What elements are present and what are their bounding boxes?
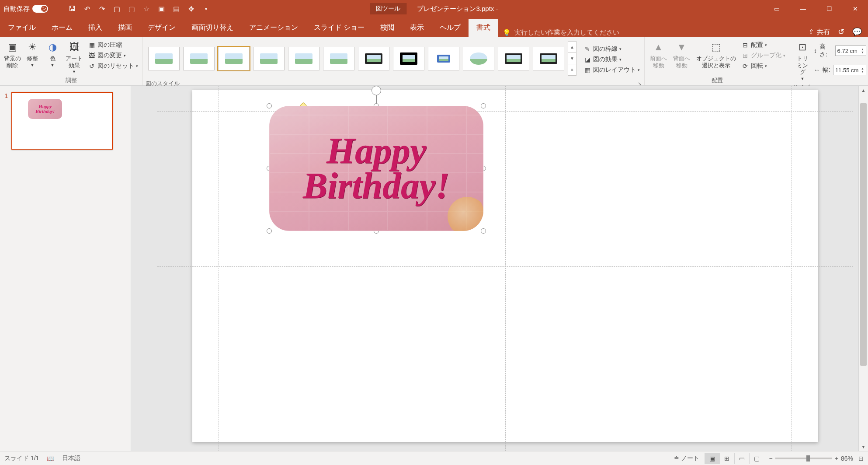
slide-sorter-view-button[interactable]: ⊞ (719, 453, 734, 464)
scroll-up-icon[interactable]: ▲ (859, 86, 868, 94)
style-item-11[interactable] (498, 47, 529, 70)
language-indicator[interactable]: 日本語 (62, 455, 80, 462)
slide-thumbnail-pane[interactable]: 1 HappyBirthday! (0, 86, 131, 451)
group-objects-button[interactable]: ⊞グループ化 ▾ (740, 51, 787, 60)
gallery-scroll[interactable]: ▲ ▼ ≡ (568, 41, 576, 76)
slide-canvas-area[interactable]: Happy Birthday! ▲ ▼ (131, 86, 868, 451)
bring-forward-button[interactable]: ▲ 前面へ 移動 (647, 38, 670, 70)
zoom-out-icon[interactable]: − (769, 455, 773, 462)
tab-animations[interactable]: アニメーション (241, 19, 306, 37)
touch-mode-icon[interactable]: ✥ (185, 3, 197, 14)
fit-to-window-button[interactable]: ⊡ (858, 455, 864, 462)
normal-view-button[interactable]: ▣ (705, 453, 719, 464)
rotate-button[interactable]: ⟳回転 ▾ (740, 61, 787, 71)
tab-review[interactable]: 校閲 (372, 19, 402, 37)
tab-file[interactable]: ファイル (0, 19, 44, 37)
crop-button[interactable]: ⊡ トリミング ▼ (793, 38, 812, 83)
rotate-handle[interactable] (372, 86, 381, 95)
tab-design[interactable]: デザイン (140, 19, 184, 37)
style-item-2[interactable] (183, 47, 215, 70)
selected-picture[interactable]: Happy Birthday! (269, 106, 483, 231)
qat-customize-icon[interactable]: ▾ (200, 3, 212, 14)
start-from-beginning-icon[interactable]: ▢ (111, 3, 122, 14)
spellcheck-icon[interactable]: 📖 (47, 455, 54, 462)
maximize-icon[interactable]: ☐ (816, 0, 842, 17)
change-picture-button[interactable]: 🖼図の変更 ▾ (86, 51, 140, 60)
comments-icon[interactable]: 💬 (852, 27, 862, 37)
share-button[interactable]: ⇪ 共有 (809, 28, 830, 36)
style-item-6[interactable] (323, 47, 354, 70)
tab-transitions[interactable]: 画面切り替え (184, 19, 241, 37)
tab-format[interactable]: 書式 (469, 19, 498, 37)
style-item-1[interactable] (148, 47, 180, 70)
slide-thumb-preview[interactable]: HappyBirthday! (11, 92, 113, 150)
remove-background-button[interactable]: ▣ 背景の 削除 (3, 38, 22, 70)
resize-handle-tr[interactable] (481, 103, 486, 108)
corrections-button[interactable]: ☀ 修整 ▼ (23, 38, 42, 69)
width-input[interactable]: 11.55 cm▲▼ (833, 65, 866, 75)
style-item-3[interactable] (218, 47, 250, 70)
scroll-thumb[interactable] (860, 103, 867, 366)
zoom-in-icon[interactable]: + (835, 455, 838, 462)
slide-counter[interactable]: スライド 1/1 (4, 455, 39, 462)
gallery-up-icon[interactable]: ▲ (568, 42, 576, 53)
reset-picture-button[interactable]: ↺図のリセット ▾ (86, 61, 140, 71)
tab-slideshow[interactable]: スライド ショー (306, 19, 372, 37)
undo-icon[interactable]: ↶ (81, 3, 93, 14)
redo-icon[interactable]: ↷ (96, 3, 108, 14)
scroll-down-icon[interactable]: ▼ (859, 442, 868, 451)
tab-view[interactable]: 表示 (402, 19, 432, 37)
qat-icon-2[interactable]: ☆ (141, 3, 152, 14)
style-item-4[interactable] (253, 47, 285, 70)
tab-draw[interactable]: 描画 (110, 19, 140, 37)
style-item-8[interactable] (393, 47, 424, 70)
gallery-expand-icon[interactable]: ≡ (568, 64, 576, 76)
resize-handle-bl[interactable] (267, 228, 272, 234)
height-icon: ↕ (814, 47, 817, 54)
send-backward-button[interactable]: ▼ 背面へ 移動 (670, 38, 693, 70)
picture-border-button[interactable]: ✎図の枠線 ▾ (582, 44, 642, 54)
zoom-slider[interactable] (775, 458, 832, 459)
resize-handle-tl[interactable] (267, 103, 272, 108)
spinner-icon[interactable]: ▲▼ (861, 67, 864, 73)
ribbon-display-options-icon[interactable]: ▭ (764, 0, 789, 17)
slide-canvas[interactable]: Happy Birthday! (192, 90, 818, 442)
resize-handle-br[interactable] (481, 228, 486, 234)
tab-insert[interactable]: 挿入 (80, 19, 110, 37)
style-item-5[interactable] (288, 47, 319, 70)
tab-help[interactable]: ヘルプ (432, 19, 469, 37)
artistic-effects-button[interactable]: 🖼 アート効果 ▼ (63, 38, 85, 76)
spinner-icon[interactable]: ▲▼ (861, 48, 864, 54)
color-button[interactable]: ◑ 色 ▼ (43, 38, 62, 69)
selection-pane-button[interactable]: ⬚ オブジェクトの 選択と表示 (694, 38, 739, 70)
close-icon[interactable]: ✕ (843, 0, 868, 17)
qat-icon-1[interactable]: ▢ (126, 3, 137, 14)
qat-icon-4[interactable]: ▤ (170, 3, 182, 14)
reading-view-button[interactable]: ▭ (734, 453, 749, 464)
compress-pictures-button[interactable]: ▦図の圧縮 (86, 40, 140, 50)
slide-thumbnail-1[interactable]: 1 HappyBirthday! (4, 92, 126, 150)
style-item-10[interactable] (463, 47, 494, 70)
gallery-down-icon[interactable]: ▼ (568, 53, 576, 64)
bring-forward-label: 前面へ 移動 (650, 55, 667, 69)
minimize-icon[interactable]: ― (790, 0, 816, 17)
notes-button[interactable]: ≐ ノート (674, 455, 699, 462)
style-item-9[interactable] (428, 47, 459, 70)
slideshow-view-button[interactable]: ▢ (749, 453, 764, 464)
style-item-12[interactable] (533, 47, 564, 70)
autosave-control[interactable]: 自動保存 オン (0, 5, 63, 13)
picture-effects-button[interactable]: ◪図の効果 ▾ (582, 55, 642, 64)
zoom-percent[interactable]: 86% (841, 455, 853, 462)
tab-home[interactable]: ホーム (44, 19, 80, 37)
zoom-control[interactable]: − + 86% (769, 455, 853, 462)
style-item-7[interactable] (358, 47, 389, 70)
picture-layout-button[interactable]: ▦図のレイアウト ▾ (582, 65, 642, 75)
history-icon[interactable]: ↺ (838, 27, 844, 37)
save-icon[interactable]: 🖫 (66, 3, 78, 14)
height-input[interactable]: 6.72 cm▲▼ (835, 45, 866, 56)
picture-styles-gallery[interactable]: ▲ ▼ ≡ (146, 38, 578, 79)
tell-me-search[interactable]: 💡 実行したい作業を入力してください (498, 28, 619, 37)
qat-icon-3[interactable]: ▣ (156, 3, 167, 14)
align-button[interactable]: ⊟配置 ▾ (740, 40, 787, 50)
vertical-scrollbar[interactable]: ▲ ▼ (858, 86, 868, 451)
